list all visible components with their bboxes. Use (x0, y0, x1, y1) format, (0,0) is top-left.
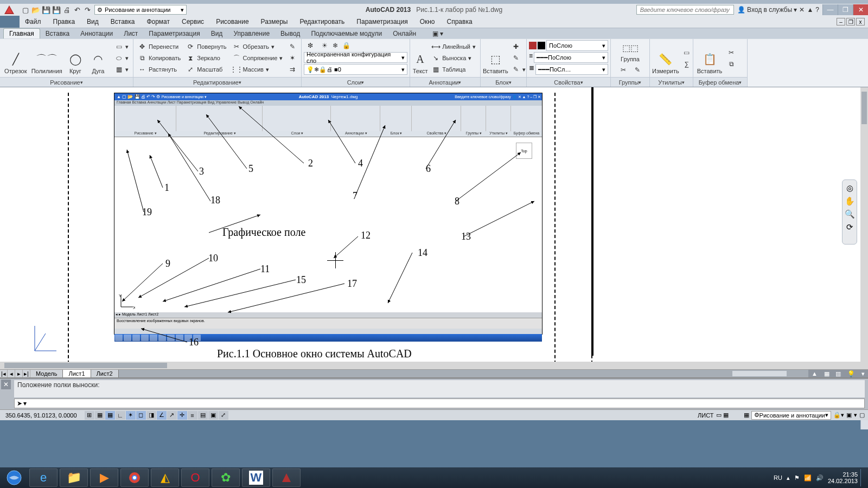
quickview-icon[interactable]: ▦ (744, 412, 749, 419)
cmdline-close-icon[interactable]: ✕ (1, 380, 11, 389)
panel-groups-title[interactable]: Группы (611, 77, 649, 87)
grid-toggle[interactable]: ▦ (105, 411, 115, 420)
taskbar-explorer-icon[interactable]: 📁 (60, 468, 88, 487)
close-button[interactable]: ✕ (853, 4, 868, 15)
ungroup-button[interactable]: ✂ (617, 65, 630, 75)
tpy-toggle[interactable]: ▤ (198, 411, 208, 420)
measure-button[interactable]: 📏Измерить (652, 42, 679, 74)
horizontal-scrollbar[interactable] (0, 362, 860, 369)
table-button[interactable]: ▦Таблица (429, 64, 478, 75)
mdi-close[interactable]: x (856, 18, 865, 25)
tray-volume-icon[interactable]: 🔊 (814, 474, 825, 481)
menu-help[interactable]: Справка (442, 18, 478, 25)
rectangle-button[interactable]: ▭▾ (112, 41, 131, 52)
edit-block-button[interactable]: ✎ (509, 53, 528, 63)
help-icon[interactable]: ? (815, 6, 819, 14)
quickview-layouts-icon[interactable]: ▦ (824, 370, 829, 377)
tab-expresstools-icon[interactable]: ▣ ▾ (427, 29, 449, 38)
taskbar-opera-icon[interactable]: O (181, 468, 209, 487)
signin-button[interactable]: 👤 Вход в службы ▾ (737, 6, 797, 14)
tab-view[interactable]: Вид (206, 29, 228, 38)
lwt-toggle[interactable]: ≡ (188, 411, 197, 420)
tab-home[interactable]: Главная (3, 28, 40, 38)
tabnav-next[interactable]: ▸ (15, 370, 23, 377)
sc-toggle[interactable]: ⤢ (219, 411, 228, 420)
copy-button[interactable]: ⧉Копировать (136, 53, 183, 63)
stayconnected-icon[interactable]: ▲ (807, 6, 813, 14)
tray-flag-icon[interactable]: ⚑ (793, 474, 801, 481)
mdi-restore[interactable]: ❐ (846, 18, 855, 25)
erase-button[interactable]: ✎ (286, 41, 299, 52)
ducs-toggle[interactable]: ↗ (167, 411, 177, 420)
snap-toggle[interactable]: ▦ (95, 411, 105, 420)
statusbar-menu-icon[interactable]: ▾ (861, 370, 865, 377)
otrack-toggle[interactable]: ∠ (157, 411, 167, 420)
rotate-button[interactable]: ⟳Повернуть (184, 41, 228, 52)
cleanscreen-icon[interactable]: ▢ (859, 412, 865, 419)
qat-open-icon[interactable]: 📂 (31, 5, 41, 14)
copy-clip-button[interactable]: ⧉ (725, 59, 738, 69)
panel-layers-title[interactable]: Слои (302, 77, 410, 87)
infer-toggle[interactable]: ⊞ (85, 411, 94, 420)
nav-orbit-icon[interactable]: ⟳ (846, 222, 853, 232)
layer-state-dropdown[interactable]: Несохраненная конфигурация сло▾ (304, 52, 407, 63)
nav-zoom-icon[interactable]: 🔍 (845, 209, 855, 219)
tray-clock[interactable]: 21:3524.02.2013 (826, 471, 859, 484)
block-attr-button[interactable]: ✎▾ (509, 64, 528, 75)
panel-properties-title[interactable]: Свойства (527, 77, 610, 87)
create-block-button[interactable]: ✚ (509, 41, 528, 52)
tab-layout[interactable]: Лист (118, 29, 143, 38)
annotation-scale-icon[interactable]: 💡 (847, 370, 855, 377)
tab-manage[interactable]: Управление (228, 29, 275, 38)
ortho-toggle[interactable]: ∟ (116, 411, 125, 420)
nav-pan-icon[interactable]: ✋ (845, 196, 855, 206)
panel-draw-title[interactable]: Рисование (0, 77, 133, 87)
qat-undo-icon[interactable]: ↶ (72, 5, 82, 14)
panel-block-title[interactable]: Блок (481, 77, 526, 87)
menu-file[interactable]: Файл (20, 18, 47, 25)
insert-block-button[interactable]: ⬚Вставить (483, 42, 508, 74)
taskbar-word-icon[interactable]: W (242, 468, 270, 487)
offset-button[interactable]: ⇉ (286, 64, 299, 75)
lock-ui-icon[interactable]: 🔒▾ (833, 412, 844, 419)
tab-parametric[interactable]: Параметризация (143, 29, 205, 38)
group-edit-button[interactable]: ✎ (631, 65, 644, 75)
panel-utilities-title[interactable]: Утилиты (650, 77, 693, 87)
tray-network-icon[interactable]: 📶 (802, 474, 813, 481)
arc-button[interactable]: ◠Дуга (87, 42, 109, 74)
lineweight-dropdown[interactable]: ━━━ ПоСлою▾ (534, 52, 608, 63)
show-desktop-button[interactable] (860, 469, 865, 486)
group-button[interactable]: ⬚⬚Группа (618, 41, 642, 62)
color-dropdown[interactable]: ПоСлою▾ (546, 40, 608, 51)
tab-annotate[interactable]: Аннотации (75, 29, 118, 38)
ellipse-button[interactable]: ⬭▾ (112, 53, 131, 63)
isolate-icon[interactable]: ▾ (854, 412, 857, 419)
menu-window[interactable]: Окно (414, 18, 441, 25)
line-button[interactable]: ╱Отрезок (2, 42, 29, 74)
tab-output[interactable]: Вывод (275, 29, 305, 38)
qat-new-icon[interactable]: ▢ (21, 5, 30, 14)
qat-redo-icon[interactable]: ↷ (82, 5, 92, 14)
move-button[interactable]: ✥Перенести (136, 41, 183, 52)
layer-properties-button[interactable]: ❇ (304, 40, 317, 51)
osnap-toggle[interactable]: ◻ (136, 411, 146, 420)
tab-insert[interactable]: Вставка (40, 29, 75, 38)
array-button[interactable]: ⋮⋮Массив ▾ (230, 64, 285, 75)
taskbar-chrome-icon[interactable] (120, 468, 149, 487)
tab-online[interactable]: Онлайн (387, 29, 422, 38)
qat-save-icon[interactable]: 💾 (41, 5, 51, 14)
dyn-toggle[interactable]: ✛ (177, 411, 187, 420)
paste-button[interactable]: 📋Вставить (695, 42, 724, 74)
leader-button[interactable]: ↘Выноска ▾ (429, 53, 478, 63)
qat-plot-icon[interactable]: 🖨 (62, 5, 72, 14)
paper-toggle[interactable]: ▭ ▦ (716, 412, 729, 419)
linetype-dropdown[interactable]: ━━━ ПоСл…▾ (535, 64, 608, 75)
select-button[interactable]: ▭ (680, 47, 693, 58)
stretch-button[interactable]: ↔Растянуть (136, 64, 183, 75)
hardware-accel-icon[interactable]: ▣ (846, 412, 852, 419)
tabnav-first[interactable]: |◂ (0, 370, 8, 377)
polar-toggle[interactable]: ✶ (126, 411, 136, 420)
layer-dropdown[interactable]: 💡❄🔒🖨 ■ 0▾ (304, 64, 407, 75)
tray-show-hidden-icon[interactable]: ▴ (785, 474, 792, 481)
menu-edit[interactable]: Правка (48, 18, 81, 25)
